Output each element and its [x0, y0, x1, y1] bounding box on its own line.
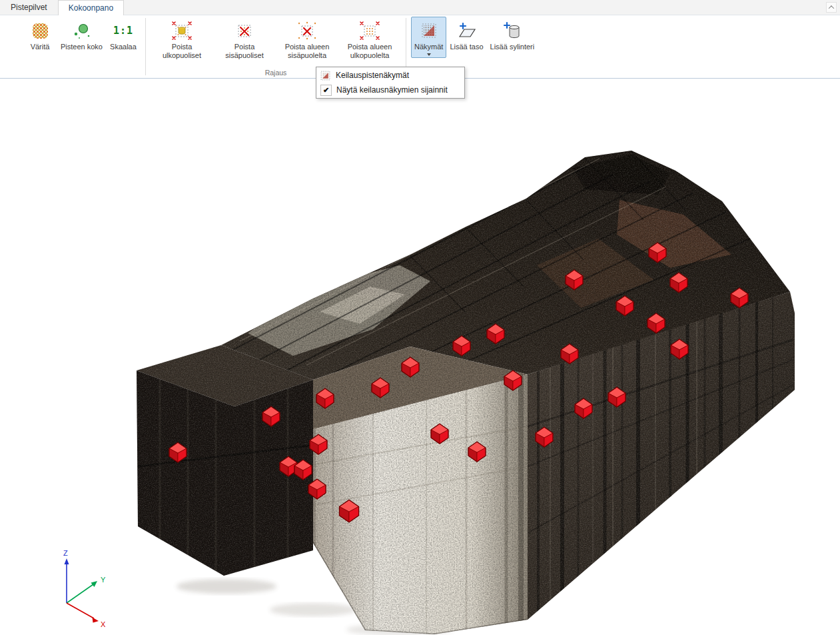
- y-axis: [67, 584, 93, 603]
- group-label: [23, 68, 141, 78]
- z-axis-label: Z: [63, 549, 68, 557]
- y-axis-arrow: [91, 581, 98, 587]
- ribbon-group-points: Väritä Pisteen koko 1:1 Skaalaa: [23, 15, 141, 78]
- checkmark-icon: ✔: [320, 85, 332, 96]
- menu-item-nayta-keilausnakymien-sijainnit[interactable]: ✔ Näytä keilausnäkymien sijainnit: [316, 83, 464, 97]
- pisteen-koko-button[interactable]: Pisteen koko: [57, 17, 106, 53]
- scale-ratio-icon: 1:1: [113, 19, 133, 43]
- point-cloud-grain: [133, 147, 799, 635]
- nakymat-button[interactable]: Näkymät: [411, 17, 446, 58]
- tab-kokoonpano[interactable]: Kokoonpano: [58, 0, 124, 15]
- viewport-3d[interactable]: Z Y X: [0, 79, 840, 635]
- button-label: Poista ulkopuoliset: [154, 43, 210, 60]
- button-label: Lisää sylinteri: [490, 43, 535, 51]
- button-label: Skaalaa: [110, 43, 137, 51]
- button-label: Poista sisäpuoliset: [216, 43, 272, 60]
- poista-sisapuoliset-button[interactable]: Poista sisäpuoliset: [213, 17, 276, 62]
- z-axis-arrow: [65, 558, 69, 564]
- menu-item-label: Näytä keilausnäkymien sijainnit: [336, 85, 448, 95]
- add-plane-icon: [456, 19, 477, 43]
- poista-ulkopuoliset-button[interactable]: Poista ulkopuoliset: [151, 17, 213, 62]
- add-cylinder-icon: [502, 19, 523, 43]
- remove-outside-icon: [171, 19, 193, 43]
- remove-inside-icon: [234, 19, 255, 43]
- dropdown-arrow-icon: [427, 53, 431, 56]
- poista-alueen-ulkopuolelta-button[interactable]: Poista alueen ulkopuolelta: [338, 17, 401, 62]
- ribbon-tab-bar: Pistepilvet Kokoonpano: [0, 0, 840, 15]
- group-separator: [145, 18, 146, 75]
- button-label: Väritä: [31, 43, 50, 51]
- y-axis-label: Y: [101, 576, 106, 584]
- lisaa-sylinteri-button[interactable]: Lisää sylinteri: [487, 17, 538, 53]
- skaalaa-button[interactable]: 1:1 Skaalaa: [106, 17, 141, 53]
- varita-button[interactable]: Väritä: [23, 17, 57, 53]
- menu-item-label: Keilauspistenäkymät: [336, 71, 409, 80]
- tab-pistepilvet[interactable]: Pistepilvet: [0, 0, 58, 15]
- x-axis-arrow: [93, 618, 99, 623]
- building-point-cloud[interactable]: [133, 147, 799, 635]
- point-size-icon: [71, 19, 92, 43]
- scan-views-icon: [418, 19, 440, 43]
- scan-point-views-icon: [319, 69, 331, 81]
- remove-area-outside-icon: [359, 19, 380, 43]
- button-label: Lisää taso: [450, 43, 483, 51]
- button-label: Poista alueen sisäpuolelta: [279, 43, 335, 60]
- collapse-ribbon-button[interactable]: [826, 2, 837, 13]
- remove-area-inside-icon: [296, 19, 318, 43]
- chevron-up-icon: [829, 5, 834, 11]
- x-axis-label: X: [101, 620, 106, 628]
- views-dropdown-menu: Keilauspistenäkymät ✔ Näytä keilausnäkym…: [316, 67, 465, 99]
- scene-svg[interactable]: Z Y X: [0, 79, 840, 635]
- colorize-dots-icon: [33, 19, 48, 43]
- button-label: Näkymät: [414, 43, 443, 51]
- button-label: Pisteen koko: [61, 43, 103, 51]
- lisaa-taso-button[interactable]: Lisää taso: [446, 17, 486, 53]
- poista-alueen-sisapuolelta-button[interactable]: Poista alueen sisäpuolelta: [276, 17, 338, 62]
- x-axis: [67, 603, 94, 618]
- axes-triad: Z Y X: [63, 549, 106, 628]
- button-label: Poista alueen ulkopuolelta: [342, 43, 398, 60]
- menu-item-keilauspistenakymat[interactable]: Keilauspistenäkymät: [316, 68, 464, 83]
